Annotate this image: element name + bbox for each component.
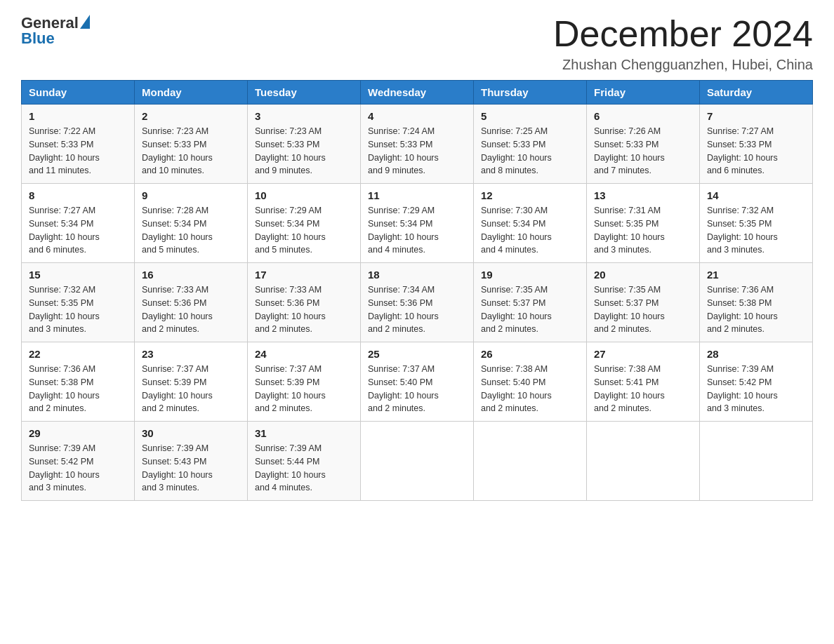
day-number: 19 bbox=[481, 269, 579, 281]
calendar-cell: 25Sunrise: 7:37 AMSunset: 5:40 PMDayligh… bbox=[361, 342, 474, 422]
day-number: 4 bbox=[368, 110, 466, 122]
day-info: Sunrise: 7:29 AMSunset: 5:34 PMDaylight:… bbox=[255, 204, 353, 257]
calendar-cell: 17Sunrise: 7:33 AMSunset: 5:36 PMDayligh… bbox=[248, 263, 361, 342]
logo: General Blue bbox=[21, 14, 90, 48]
day-number: 7 bbox=[707, 110, 805, 122]
day-info: Sunrise: 7:39 AMSunset: 5:42 PMDaylight:… bbox=[29, 442, 127, 495]
day-number: 21 bbox=[707, 269, 805, 281]
day-info: Sunrise: 7:39 AMSunset: 5:44 PMDaylight:… bbox=[255, 442, 353, 495]
calendar-cell: 16Sunrise: 7:33 AMSunset: 5:36 PMDayligh… bbox=[135, 263, 248, 342]
day-number: 11 bbox=[368, 189, 466, 201]
day-info: Sunrise: 7:31 AMSunset: 5:35 PMDaylight:… bbox=[594, 204, 692, 257]
location-subtitle: Zhushan Chengguanzhen, Hubei, China bbox=[553, 57, 813, 73]
header-friday: Friday bbox=[587, 81, 700, 105]
day-number: 13 bbox=[594, 189, 692, 201]
week-row-4: 22Sunrise: 7:36 AMSunset: 5:38 PMDayligh… bbox=[22, 342, 813, 422]
day-info: Sunrise: 7:36 AMSunset: 5:38 PMDaylight:… bbox=[707, 283, 805, 336]
day-info: Sunrise: 7:34 AMSunset: 5:36 PMDaylight:… bbox=[368, 283, 466, 336]
calendar-header-row: SundayMondayTuesdayWednesdayThursdayFrid… bbox=[22, 81, 813, 105]
calendar-cell: 8Sunrise: 7:27 AMSunset: 5:34 PMDaylight… bbox=[22, 184, 135, 263]
day-info: Sunrise: 7:37 AMSunset: 5:39 PMDaylight:… bbox=[255, 363, 353, 415]
calendar-cell bbox=[587, 422, 700, 501]
day-info: Sunrise: 7:29 AMSunset: 5:34 PMDaylight:… bbox=[368, 204, 466, 257]
day-info: Sunrise: 7:38 AMSunset: 5:40 PMDaylight:… bbox=[481, 363, 579, 415]
header-tuesday: Tuesday bbox=[248, 81, 361, 105]
calendar-cell: 13Sunrise: 7:31 AMSunset: 5:35 PMDayligh… bbox=[587, 184, 700, 263]
calendar-cell bbox=[700, 422, 813, 501]
calendar-cell: 29Sunrise: 7:39 AMSunset: 5:42 PMDayligh… bbox=[22, 422, 135, 501]
title-area: December 2024 Zhushan Chengguanzhen, Hub… bbox=[553, 14, 813, 73]
day-number: 23 bbox=[142, 348, 240, 360]
calendar-cell bbox=[474, 422, 587, 501]
calendar-cell: 1Sunrise: 7:22 AMSunset: 5:33 PMDaylight… bbox=[22, 105, 135, 184]
day-info: Sunrise: 7:37 AMSunset: 5:40 PMDaylight:… bbox=[368, 363, 466, 415]
day-info: Sunrise: 7:35 AMSunset: 5:37 PMDaylight:… bbox=[481, 283, 579, 336]
day-number: 29 bbox=[29, 427, 127, 439]
day-info: Sunrise: 7:23 AMSunset: 5:33 PMDaylight:… bbox=[142, 125, 240, 177]
calendar-cell: 9Sunrise: 7:28 AMSunset: 5:34 PMDaylight… bbox=[135, 184, 248, 263]
calendar-cell: 3Sunrise: 7:23 AMSunset: 5:33 PMDaylight… bbox=[248, 105, 361, 184]
day-number: 14 bbox=[707, 189, 805, 201]
day-number: 9 bbox=[142, 189, 240, 201]
day-info: Sunrise: 7:27 AMSunset: 5:33 PMDaylight:… bbox=[707, 125, 805, 177]
calendar-cell: 11Sunrise: 7:29 AMSunset: 5:34 PMDayligh… bbox=[361, 184, 474, 263]
day-number: 22 bbox=[29, 348, 127, 360]
header-thursday: Thursday bbox=[474, 81, 587, 105]
day-info: Sunrise: 7:27 AMSunset: 5:34 PMDaylight:… bbox=[29, 204, 127, 257]
day-info: Sunrise: 7:25 AMSunset: 5:33 PMDaylight:… bbox=[481, 125, 579, 177]
day-number: 27 bbox=[594, 348, 692, 360]
day-number: 15 bbox=[29, 269, 127, 281]
logo-arrow-icon bbox=[80, 15, 90, 29]
day-number: 20 bbox=[594, 269, 692, 281]
logo-blue-text: Blue bbox=[21, 29, 55, 48]
day-number: 30 bbox=[142, 427, 240, 439]
calendar-cell bbox=[361, 422, 474, 501]
calendar-cell: 7Sunrise: 7:27 AMSunset: 5:33 PMDaylight… bbox=[700, 105, 813, 184]
calendar-cell: 10Sunrise: 7:29 AMSunset: 5:34 PMDayligh… bbox=[248, 184, 361, 263]
calendar-cell: 31Sunrise: 7:39 AMSunset: 5:44 PMDayligh… bbox=[248, 422, 361, 501]
header-wednesday: Wednesday bbox=[361, 81, 474, 105]
week-row-1: 1Sunrise: 7:22 AMSunset: 5:33 PMDaylight… bbox=[22, 105, 813, 184]
day-info: Sunrise: 7:37 AMSunset: 5:39 PMDaylight:… bbox=[142, 363, 240, 415]
calendar-cell: 20Sunrise: 7:35 AMSunset: 5:37 PMDayligh… bbox=[587, 263, 700, 342]
page-header: General Blue December 2024 Zhushan Cheng… bbox=[21, 14, 813, 73]
day-number: 5 bbox=[481, 110, 579, 122]
day-info: Sunrise: 7:32 AMSunset: 5:35 PMDaylight:… bbox=[29, 283, 127, 336]
calendar-cell: 15Sunrise: 7:32 AMSunset: 5:35 PMDayligh… bbox=[22, 263, 135, 342]
day-info: Sunrise: 7:30 AMSunset: 5:34 PMDaylight:… bbox=[481, 204, 579, 257]
day-info: Sunrise: 7:24 AMSunset: 5:33 PMDaylight:… bbox=[368, 125, 466, 177]
calendar-cell: 24Sunrise: 7:37 AMSunset: 5:39 PMDayligh… bbox=[248, 342, 361, 422]
calendar-cell: 12Sunrise: 7:30 AMSunset: 5:34 PMDayligh… bbox=[474, 184, 587, 263]
week-row-3: 15Sunrise: 7:32 AMSunset: 5:35 PMDayligh… bbox=[22, 263, 813, 342]
header-monday: Monday bbox=[135, 81, 248, 105]
calendar-cell: 14Sunrise: 7:32 AMSunset: 5:35 PMDayligh… bbox=[700, 184, 813, 263]
calendar-cell: 21Sunrise: 7:36 AMSunset: 5:38 PMDayligh… bbox=[700, 263, 813, 342]
day-info: Sunrise: 7:32 AMSunset: 5:35 PMDaylight:… bbox=[707, 204, 805, 257]
day-number: 26 bbox=[481, 348, 579, 360]
day-number: 28 bbox=[707, 348, 805, 360]
day-number: 8 bbox=[29, 189, 127, 201]
day-number: 10 bbox=[255, 189, 353, 201]
week-row-2: 8Sunrise: 7:27 AMSunset: 5:34 PMDaylight… bbox=[22, 184, 813, 263]
day-info: Sunrise: 7:33 AMSunset: 5:36 PMDaylight:… bbox=[142, 283, 240, 336]
calendar-cell: 23Sunrise: 7:37 AMSunset: 5:39 PMDayligh… bbox=[135, 342, 248, 422]
header-saturday: Saturday bbox=[700, 81, 813, 105]
day-number: 12 bbox=[481, 189, 579, 201]
day-number: 1 bbox=[29, 110, 127, 122]
calendar-cell: 18Sunrise: 7:34 AMSunset: 5:36 PMDayligh… bbox=[361, 263, 474, 342]
day-info: Sunrise: 7:26 AMSunset: 5:33 PMDaylight:… bbox=[594, 125, 692, 177]
day-info: Sunrise: 7:39 AMSunset: 5:42 PMDaylight:… bbox=[707, 363, 805, 415]
calendar-cell: 30Sunrise: 7:39 AMSunset: 5:43 PMDayligh… bbox=[135, 422, 248, 501]
day-info: Sunrise: 7:39 AMSunset: 5:43 PMDaylight:… bbox=[142, 442, 240, 495]
calendar-cell: 6Sunrise: 7:26 AMSunset: 5:33 PMDaylight… bbox=[587, 105, 700, 184]
calendar-cell: 22Sunrise: 7:36 AMSunset: 5:38 PMDayligh… bbox=[22, 342, 135, 422]
calendar-cell: 4Sunrise: 7:24 AMSunset: 5:33 PMDaylight… bbox=[361, 105, 474, 184]
calendar-cell: 26Sunrise: 7:38 AMSunset: 5:40 PMDayligh… bbox=[474, 342, 587, 422]
header-sunday: Sunday bbox=[22, 81, 135, 105]
day-number: 2 bbox=[142, 110, 240, 122]
calendar-cell: 28Sunrise: 7:39 AMSunset: 5:42 PMDayligh… bbox=[700, 342, 813, 422]
day-number: 3 bbox=[255, 110, 353, 122]
day-number: 18 bbox=[368, 269, 466, 281]
calendar-cell: 27Sunrise: 7:38 AMSunset: 5:41 PMDayligh… bbox=[587, 342, 700, 422]
day-info: Sunrise: 7:28 AMSunset: 5:34 PMDaylight:… bbox=[142, 204, 240, 257]
